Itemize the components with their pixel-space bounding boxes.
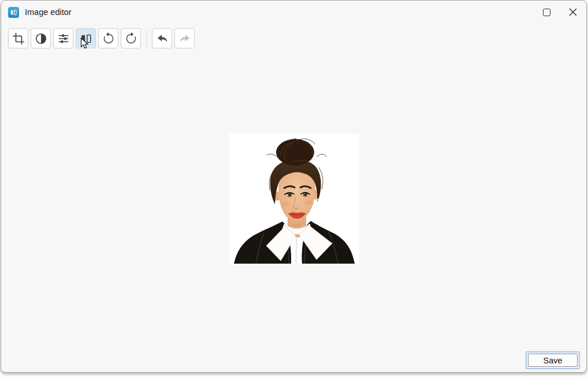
save-button[interactable]: Save (528, 354, 578, 367)
maximize-icon (543, 9, 550, 16)
close-button[interactable] (560, 1, 586, 24)
toolbar (8, 28, 197, 48)
rotate-cw-button[interactable] (121, 28, 141, 48)
undo-button[interactable] (152, 28, 172, 48)
maximize-button[interactable] (533, 1, 560, 24)
undo-icon (156, 32, 169, 45)
window-title: Image editor (25, 7, 72, 17)
contrast-icon (35, 32, 47, 45)
flip-button[interactable] (76, 28, 96, 48)
close-icon (569, 8, 577, 16)
sliders-icon (57, 32, 70, 45)
rotate-cw-icon (125, 32, 137, 45)
flip-image-app-icon (10, 9, 17, 16)
image-editor-window: Image editor (1, 0, 587, 373)
toolbar-separator (146, 30, 147, 47)
adjustments-button[interactable] (53, 28, 73, 48)
rotate-ccw-icon (102, 32, 115, 45)
crop-button[interactable] (8, 28, 28, 48)
rotate-ccw-button[interactable] (98, 28, 118, 48)
contrast-button[interactable] (31, 28, 51, 48)
redo-button (174, 28, 195, 48)
crop-icon (12, 32, 25, 45)
portrait-photo (229, 134, 359, 264)
edited-image (229, 134, 359, 264)
flip-icon (80, 32, 92, 45)
app-icon (8, 7, 19, 18)
redo-icon (178, 32, 191, 45)
save-button-focus-ring: Save (526, 351, 580, 369)
titlebar: Image editor (1, 1, 586, 24)
